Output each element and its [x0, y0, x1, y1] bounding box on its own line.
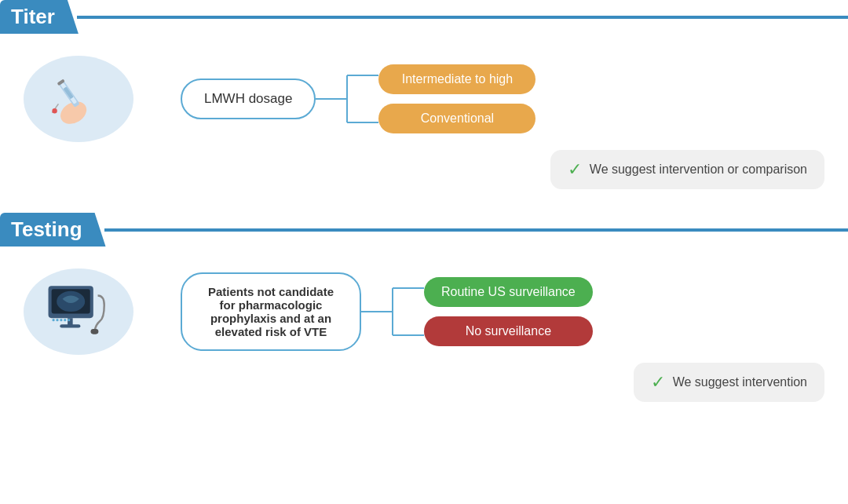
- titer-title: Titer: [0, 0, 79, 34]
- titer-header: Titer: [0, 0, 848, 34]
- testing-pill-1: Routine US surveillance: [424, 277, 593, 307]
- titer-pills: Intermediate to high Conventional: [378, 64, 535, 133]
- testing-center-box: Patients not candidate for pharmacologic…: [181, 272, 361, 351]
- testing-suggestion-text: We suggest intervention: [673, 374, 807, 391]
- testing-content-row: Patients not candidate for pharmacologic…: [0, 247, 848, 363]
- svg-rect-16: [60, 324, 80, 327]
- testing-connector-svg: [361, 272, 424, 351]
- testing-header: Testing: [0, 213, 848, 247]
- svg-point-20: [60, 319, 62, 321]
- testing-check-icon: ✓: [651, 372, 665, 393]
- ultrasound-icon: [43, 280, 114, 343]
- titer-section: Titer L: [0, 0, 848, 213]
- titer-image: [24, 56, 133, 142]
- titer-suggestion-area: ✓ We suggest intervention or comparison: [0, 150, 848, 205]
- testing-pills: Routine US surveillance No surveillance: [424, 277, 593, 346]
- testing-section: Testing: [0, 213, 848, 425]
- svg-rect-17: [91, 329, 99, 334]
- titer-center-box: LMWH dosage: [181, 79, 316, 119]
- svg-point-19: [56, 319, 58, 321]
- svg-point-21: [64, 319, 66, 321]
- injection-icon: [47, 68, 110, 130]
- titer-connector-svg: [316, 60, 378, 138]
- titer-pill-1: Intermediate to high: [378, 64, 535, 94]
- titer-line: [77, 16, 848, 19]
- svg-point-18: [52, 319, 54, 321]
- titer-check-icon: ✓: [568, 159, 582, 180]
- titer-suggestion-text: We suggest intervention or comparison: [590, 162, 807, 178]
- titer-content-row: LMWH dosage Intermediate to high Convent…: [0, 34, 848, 150]
- svg-point-22: [68, 319, 70, 321]
- titer-connector-area: Intermediate to high Conventional: [316, 60, 824, 138]
- testing-line: [104, 228, 848, 232]
- testing-pill-2: No surveillance: [424, 316, 593, 346]
- titer-pill-2: Conventional: [378, 104, 535, 133]
- testing-image: [24, 268, 133, 355]
- testing-connector-area: Routine US surveillance No surveillance: [361, 272, 824, 351]
- titer-suggestion-box: ✓ We suggest intervention or comparison: [550, 150, 824, 189]
- testing-title: Testing: [0, 213, 106, 247]
- svg-point-6: [52, 108, 57, 113]
- testing-suggestion-box: ✓ We suggest intervention: [634, 363, 824, 402]
- testing-suggestion-area: ✓ We suggest intervention: [0, 363, 848, 418]
